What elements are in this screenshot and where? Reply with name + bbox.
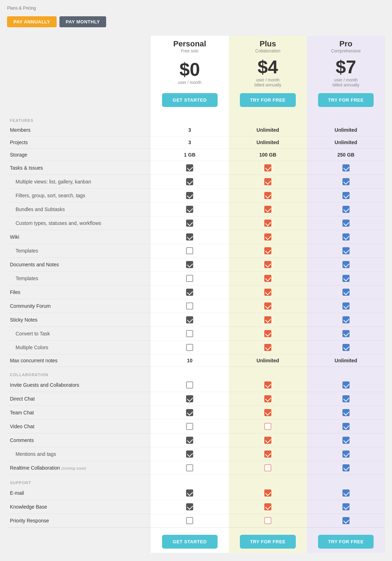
value-personal-17: 10 xyxy=(151,355,229,367)
feature-label: Max concurrent notes xyxy=(7,355,151,367)
check-personal-6 xyxy=(151,203,229,216)
plan-personal-subtitle: Free solo xyxy=(154,49,226,53)
pay-monthly-button[interactable]: PAY MONTHLY xyxy=(59,16,106,27)
check-personal-2 xyxy=(151,406,229,420)
check-pro-1 xyxy=(307,392,385,406)
pro-price-cell: $7 user / month billed annually xyxy=(307,55,385,89)
checkbox-unchecked-orange xyxy=(264,464,271,471)
checkbox-checked-blue xyxy=(342,289,350,296)
checkbox-checked-orange xyxy=(264,437,271,444)
pro-bottom-try-free-button[interactable]: TRY FOR FREE xyxy=(318,535,374,549)
check-pro-5 xyxy=(307,447,385,461)
feature-label: Files xyxy=(7,285,151,299)
checkbox-empty xyxy=(186,302,193,310)
pro-cta-cell: TRY FOR FREE xyxy=(307,89,385,113)
feature-label: E-mail xyxy=(7,486,151,500)
check-plus-9 xyxy=(229,244,307,258)
checkbox-empty xyxy=(186,275,193,282)
check-pro-15 xyxy=(307,327,385,341)
feature-label: Multiple views: list, gallery, kanban xyxy=(7,175,151,189)
table-row: Multiple Colors xyxy=(7,341,385,355)
feature-label: Tasks & Issues xyxy=(7,161,151,175)
feature-label: Team Chat xyxy=(7,406,151,420)
feature-label: Multiple Colors xyxy=(7,341,151,355)
check-plus-4 xyxy=(229,434,307,447)
check-personal-0 xyxy=(151,378,229,392)
checkbox-checked-blue xyxy=(342,192,350,199)
price-row: $0 user / month $4 user / month billed a… xyxy=(7,55,385,89)
table-row: Filters, group, sort, search, tags xyxy=(7,189,385,203)
checkbox-checked-orange xyxy=(264,450,271,458)
bottom-cta-row: GET STARTED TRY FOR FREE TRY FOR FREE xyxy=(7,528,385,553)
checkbox-checked-blue xyxy=(342,302,350,310)
pro-price: $7 xyxy=(310,58,382,76)
feature-label: Invite Guests and Collaborators xyxy=(7,378,151,392)
value-pro-2: 250 GB xyxy=(307,149,385,161)
checkbox-checked-blue xyxy=(342,437,350,444)
feature-label: Custom types, statuses and, workflows xyxy=(7,216,151,230)
plan-plus-header: Plus Collaboration xyxy=(229,36,307,55)
check-pro-2 xyxy=(307,514,385,528)
value-pro-17: Unlimited xyxy=(307,355,385,367)
check-pro-11 xyxy=(307,272,385,285)
table-row: Bundles and Subtasks xyxy=(7,203,385,216)
table-row: Team Chat xyxy=(7,406,385,420)
personal-bottom-get-started-button[interactable]: GET STARTED xyxy=(162,535,218,549)
table-row: Realtime Collaboration (coming soon) xyxy=(7,461,385,475)
check-plus-1 xyxy=(229,500,307,514)
checkbox-checked-dark xyxy=(186,164,193,171)
coming-soon-badge: (coming soon) xyxy=(62,466,86,470)
check-personal-10 xyxy=(151,258,229,272)
check-plus-0 xyxy=(229,378,307,392)
check-personal-3 xyxy=(151,420,229,434)
feature-label: Bundles and Subtasks xyxy=(7,203,151,216)
check-plus-5 xyxy=(229,189,307,203)
feature-label: Convert to Task xyxy=(7,327,151,341)
checkbox-empty xyxy=(186,517,193,524)
check-pro-7 xyxy=(307,216,385,230)
table-row: Multiple views: list, gallery, kanban xyxy=(7,175,385,189)
checkbox-empty xyxy=(186,344,193,351)
check-pro-3 xyxy=(307,161,385,175)
bottom-cta-empty xyxy=(7,528,151,553)
plus-bottom-try-free-button[interactable]: TRY FOR FREE xyxy=(240,535,295,549)
check-plus-7 xyxy=(229,216,307,230)
personal-price-sub: user / month xyxy=(154,80,226,85)
checkbox-checked-orange xyxy=(264,503,271,510)
feature-label: Projects xyxy=(7,136,151,149)
pro-try-free-button[interactable]: TRY FOR FREE xyxy=(318,93,374,107)
check-pro-4 xyxy=(307,434,385,447)
checkbox-checked-orange xyxy=(264,178,271,185)
checkbox-checked-blue xyxy=(342,220,350,227)
feature-label: Direct Chat xyxy=(7,392,151,406)
check-personal-14 xyxy=(151,313,229,327)
plus-bottom-cta-cell: TRY FOR FREE xyxy=(229,528,307,553)
table-row: Custom types, statuses and, workflows xyxy=(7,216,385,230)
plus-price: $4 xyxy=(232,58,304,76)
value-plus-0: Unlimited xyxy=(229,124,307,136)
checkbox-checked-orange xyxy=(264,289,271,296)
check-pro-13 xyxy=(307,299,385,313)
checkbox-checked-orange xyxy=(264,381,271,389)
plus-price-cell: $4 user / month billed annually xyxy=(229,55,307,89)
check-personal-16 xyxy=(151,341,229,355)
plus-try-free-button[interactable]: TRY FOR FREE xyxy=(240,93,295,107)
check-pro-5 xyxy=(307,189,385,203)
personal-get-started-button[interactable]: GET STARTED xyxy=(162,93,218,107)
pay-annually-button[interactable]: PAY ANNUALLY xyxy=(7,16,57,27)
feature-label: Video Chat xyxy=(7,420,151,434)
checkbox-checked-dark xyxy=(186,220,193,227)
checkbox-checked-dark xyxy=(186,395,193,402)
checkbox-checked-blue xyxy=(342,247,350,254)
check-plus-3 xyxy=(229,420,307,434)
check-personal-12 xyxy=(151,285,229,299)
table-row: Community Forum xyxy=(7,299,385,313)
section-collaboration: COLLABORATION xyxy=(7,367,385,379)
check-personal-13 xyxy=(151,299,229,313)
check-personal-4 xyxy=(151,434,229,447)
personal-price-cell: $0 user / month xyxy=(151,55,229,89)
checkbox-checked-dark xyxy=(186,450,193,458)
check-plus-11 xyxy=(229,272,307,285)
table-row: Sticky Notes xyxy=(7,313,385,327)
plan-header-row: Personal Free solo Plus Collaboration Pr… xyxy=(7,36,385,55)
